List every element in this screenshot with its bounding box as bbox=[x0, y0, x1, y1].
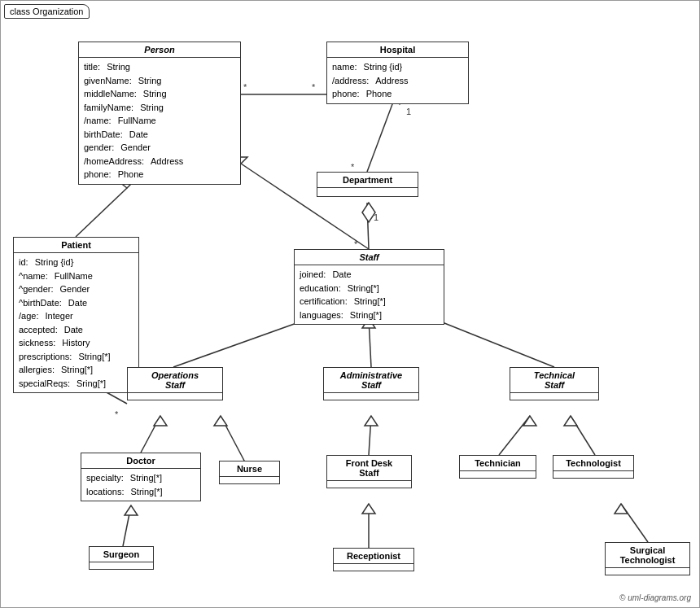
svg-line-34 bbox=[123, 505, 131, 546]
svg-marker-33 bbox=[564, 416, 577, 426]
svg-text:*: * bbox=[354, 239, 358, 249]
staff-class: Staff joined:Date education:String[*] ce… bbox=[294, 249, 444, 325]
admin-staff-header: Administrative Staff bbox=[324, 368, 418, 393]
doctor-header: Doctor bbox=[81, 453, 200, 469]
svg-marker-5 bbox=[362, 203, 375, 222]
doctor-class: Doctor specialty:String[*] locations:Str… bbox=[81, 453, 201, 501]
front-desk-header: Front Desk Staff bbox=[327, 456, 411, 481]
svg-marker-31 bbox=[523, 416, 536, 426]
svg-line-32 bbox=[571, 416, 595, 455]
svg-text:*: * bbox=[312, 82, 316, 92]
receptionist-header: Receptionist bbox=[334, 549, 413, 564]
hospital-header: Hospital bbox=[327, 42, 468, 58]
svg-line-4 bbox=[367, 203, 369, 249]
svg-line-28 bbox=[369, 416, 371, 455]
svg-line-22 bbox=[432, 318, 554, 367]
hospital-body: name:String {id} /address:Address phone:… bbox=[327, 58, 468, 103]
technologist-header: Technologist bbox=[553, 456, 633, 471]
svg-marker-25 bbox=[154, 416, 167, 426]
svg-text:*: * bbox=[351, 162, 355, 172]
technician-header: Technician bbox=[460, 456, 536, 471]
svg-text:*: * bbox=[115, 409, 119, 419]
svg-marker-37 bbox=[362, 504, 375, 514]
surgeon-header: Surgeon bbox=[90, 547, 153, 562]
patient-class: Patient id:String {id} ^name:FullName ^g… bbox=[13, 237, 139, 393]
svg-marker-35 bbox=[125, 505, 138, 515]
svg-line-30 bbox=[499, 416, 530, 455]
admin-staff-class: Administrative Staff bbox=[323, 367, 419, 400]
staff-body: joined:Date education:String[*] certific… bbox=[295, 265, 444, 324]
svg-text:1: 1 bbox=[406, 107, 411, 116]
svg-marker-29 bbox=[365, 416, 378, 426]
person-class: Person title:String givenName:String mid… bbox=[78, 42, 241, 185]
surgical-technologist-class: Surgical Technologist bbox=[605, 542, 690, 575]
hospital-class: Hospital name:String {id} /address:Addre… bbox=[326, 42, 469, 104]
person-header: Person bbox=[79, 42, 240, 58]
surgeon-class: Surgeon bbox=[89, 546, 154, 570]
diagram-title: class Organization bbox=[4, 4, 90, 19]
technical-staff-header: Technical Staff bbox=[510, 368, 598, 393]
department-class: Department bbox=[317, 172, 418, 197]
technician-class: Technician bbox=[459, 455, 536, 479]
svg-line-38 bbox=[621, 504, 648, 542]
nurse-class: Nurse bbox=[219, 461, 280, 484]
technologist-class: Technologist bbox=[553, 455, 634, 479]
nurse-header: Nurse bbox=[220, 461, 279, 477]
patient-body: id:String {id} ^name:FullName ^gender:Ge… bbox=[14, 253, 138, 392]
diagram-container: class Organization 1 * 1 * * * * bbox=[0, 0, 700, 608]
svg-text:1: 1 bbox=[374, 212, 378, 222]
svg-line-18 bbox=[173, 318, 310, 367]
staff-header: Staff bbox=[295, 250, 444, 265]
patient-header: Patient bbox=[14, 238, 138, 253]
svg-marker-39 bbox=[615, 504, 628, 514]
svg-line-11 bbox=[76, 188, 127, 237]
front-desk-class: Front Desk Staff bbox=[326, 455, 412, 488]
operations-staff-header: Operations Staff bbox=[128, 368, 222, 393]
svg-line-24 bbox=[141, 416, 160, 453]
copyright: © uml-diagrams.org bbox=[619, 593, 691, 602]
svg-text:*: * bbox=[243, 82, 247, 92]
doctor-body: specialty:String[*] locations:String[*] bbox=[81, 469, 200, 501]
department-body bbox=[317, 188, 418, 196]
technical-staff-class: Technical Staff bbox=[510, 367, 599, 400]
svg-line-20 bbox=[369, 318, 371, 367]
svg-marker-27 bbox=[214, 416, 227, 426]
person-body: title:String givenName:String middleName… bbox=[79, 58, 240, 184]
receptionist-class: Receptionist bbox=[333, 548, 414, 571]
department-header: Department bbox=[317, 173, 418, 188]
surgical-technologist-header: Surgical Technologist bbox=[606, 543, 689, 568]
operations-staff-class: Operations Staff bbox=[127, 367, 223, 400]
